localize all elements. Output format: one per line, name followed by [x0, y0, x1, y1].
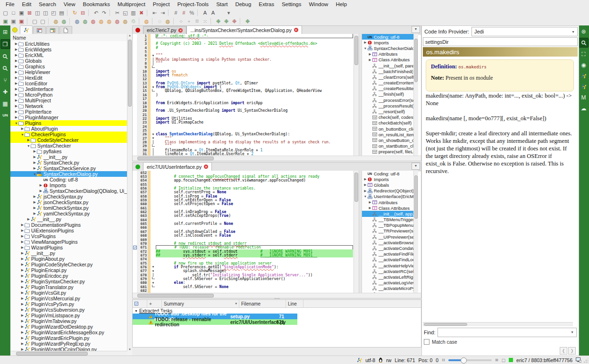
expand-icon[interactable]: ▶ [20, 280, 25, 283]
close-tab-icon[interactable]: ✕ [178, 28, 183, 33]
fold-margin[interactable] [151, 38, 156, 41]
tree-item-iconeditor[interactable]: ▶IconEditor [10, 81, 127, 86]
outline-item[interactable]: on_showButton_clic [362, 137, 413, 143]
fold-margin[interactable]: ▼ [151, 132, 156, 136]
fold-margin[interactable] [151, 89, 156, 93]
grid-icon[interactable]: ⁙ [201, 18, 209, 25]
project-open-icon[interactable]: ▣ [1, 18, 9, 25]
outline-item[interactable]: __createResultItem( [362, 86, 413, 91]
code-line-24[interactable]: 24 [133, 124, 353, 128]
fold-margin[interactable] [151, 194, 156, 198]
code-line-18[interactable]: 18from EricWidgets.EricApplication impor… [133, 101, 353, 105]
code-line-668[interactable]: 668 self.inCloseEvent = False [133, 234, 353, 238]
expand-icon[interactable]: ▶ [20, 285, 25, 289]
revert-icon[interactable]: ↻ [71, 9, 79, 17]
tree-item-graphics[interactable]: ▶Graphics [10, 64, 127, 69]
smart-indent-icon[interactable]: A [209, 9, 217, 17]
tree-item-pyflakes[interactable]: ▶pyflakes [10, 149, 127, 154]
expand-icon[interactable]: ▶ [14, 104, 18, 108]
tree-item-aboutplugin[interactable]: ▶AboutPlugin [10, 126, 127, 132]
code-line-1[interactable]: 1# -*- coding: utf-8 -*- [133, 34, 353, 38]
fold-margin[interactable] [151, 226, 156, 230]
expand-icon[interactable]: ▶ [33, 149, 37, 153]
outline-item[interactable]: __processError(self, [362, 97, 413, 103]
tab-list-dropdown[interactable]: ▼ [412, 26, 420, 33]
expand-icon[interactable]: ▶ [33, 155, 37, 159]
menu-view[interactable]: View [60, 1, 79, 8]
menu-help[interactable]: Help [332, 1, 351, 8]
outline-item[interactable]: __activateFindLocat [362, 257, 413, 263]
tree-item-jsonchecksyntax-py[interactable]: ▶jsonCheckSyntax.py [10, 199, 127, 205]
fold-margin[interactable]: ▼ [151, 136, 156, 140]
fold-margin[interactable] [151, 241, 156, 245]
fold-margin[interactable] [151, 182, 156, 186]
tree-item-documentationplugins[interactable]: ▶DocumentationPlugins [10, 222, 127, 228]
tab-project-others[interactable] [59, 26, 72, 34]
outline-item[interactable]: __activateMicroPyth [362, 286, 413, 291]
restart-icon[interactable]: ◍ [97, 18, 105, 25]
editor-tab[interactable]: eric7/UI/UserInterface.py✕ [143, 162, 212, 171]
menu-search[interactable]: Search [35, 1, 59, 8]
fold-margin[interactable]: ▼ [151, 281, 156, 285]
find-combobox[interactable]: ▼ [438, 328, 577, 337]
outline-item[interactable]: __createErrorItem(s [362, 80, 413, 86]
tree-item-multiproject[interactable]: ▶MultiProject [10, 98, 127, 103]
expand-icon[interactable]: ▶ [20, 319, 25, 323]
debug-viewer-icon[interactable]: ⊛ [579, 27, 588, 36]
toggle-comment-icon[interactable]: % [188, 9, 196, 17]
tree-item-coding-utf-8[interactable]: UNCoding: utf-8 [10, 177, 127, 182]
unittest-icon[interactable]: ❉ [214, 18, 222, 25]
fold-margin[interactable] [151, 116, 156, 120]
tree-item-ericwidgets[interactable]: ▶EricWidgets [10, 47, 127, 52]
fold-margin[interactable] [151, 198, 156, 202]
fold-margin[interactable]: ▼ [151, 54, 156, 58]
project-close-icon[interactable]: ▣ [17, 18, 25, 25]
tree-item-jediinterface[interactable]: ▶JediInterface [10, 86, 127, 92]
code-line-15[interactable]: 15 QDialog, QDialogButtonBox, QTreeWidge… [133, 89, 353, 93]
tree-item-network[interactable]: ▶Network [10, 103, 127, 109]
run-icon[interactable]: ◍ [81, 18, 89, 25]
tab-project-sources[interactable] [20, 25, 33, 34]
unittest-failed-icon[interactable]: ❉ [230, 18, 238, 25]
code-area[interactable]: 1# -*- coding: utf-8 -*-23# Copyright (c… [133, 34, 353, 156]
fold-margin[interactable] [151, 109, 156, 113]
close-tab-icon[interactable]: ✕ [204, 165, 208, 169]
project-new-icon[interactable]: ▣ [9, 18, 17, 25]
fold-margin[interactable] [151, 289, 156, 292]
editor-tab[interactable]: eric7/eric7.py✕ [143, 26, 186, 34]
fold-margin[interactable] [151, 121, 156, 124]
outline-item[interactable]: UNCoding: utf-8 [362, 34, 413, 40]
expand-icon[interactable]: ▶ [14, 42, 18, 46]
window-resize-grip[interactable] [583, 358, 588, 363]
timing-icon[interactable]: ◍ [121, 18, 129, 25]
outline-item[interactable]: __activateHelpViewe [362, 263, 413, 268]
tree-item-helpviewer[interactable]: ▶HelpViewer [10, 69, 127, 75]
expand-icon[interactable]: ▶ [20, 336, 25, 340]
expand-icon[interactable]: ▶ [14, 76, 18, 80]
fold-margin[interactable] [151, 73, 156, 77]
outline-item[interactable]: __TRPreviewer(self, [362, 228, 413, 234]
copy-icon[interactable]: ◱ [121, 9, 129, 17]
outline-item[interactable]: check(self, codestri [362, 115, 413, 120]
outline-item[interactable]: UNCoding: utf-8 [362, 171, 413, 176]
expand-icon[interactable]: ▶ [14, 70, 18, 74]
menu-window[interactable]: Window [305, 1, 332, 8]
tree-item-pluginvmlistspace-py[interactable]: ▶PluginVmListspace.py [10, 313, 127, 318]
tree-item-pluginvmtabview-py[interactable]: ▶PluginVmTabview.py [10, 318, 127, 324]
zoom-out-icon[interactable]: ⊟ [442, 358, 445, 362]
expand-icon[interactable]: ▶ [20, 234, 25, 238]
new-icon[interactable]: □ [9, 9, 17, 17]
tree-item-viewmanagerplugins[interactable]: ▶ViewManagerPlugins [10, 239, 127, 245]
code-documentation-viewer-icon[interactable] [579, 38, 589, 48]
tree-item-pluginvcspysvn-py[interactable]: ▶PluginVcsPySvn.py [10, 301, 127, 307]
fold-margin[interactable] [151, 186, 156, 190]
tree-item-pluginmanager[interactable]: ▶PluginManager [10, 115, 127, 120]
fold-margin[interactable] [151, 261, 156, 265]
tree-vertical-scrollbar[interactable]: ▲ ▼ [127, 34, 132, 351]
collapse-icon[interactable]: ▼ [20, 133, 25, 136]
menu-start[interactable]: Start [212, 1, 231, 8]
fold-margin[interactable] [151, 249, 156, 253]
expand-icon[interactable]: ▶ [26, 138, 31, 142]
expand-icon[interactable]: ▶ [20, 331, 25, 334]
fold-margin[interactable] [151, 50, 156, 53]
